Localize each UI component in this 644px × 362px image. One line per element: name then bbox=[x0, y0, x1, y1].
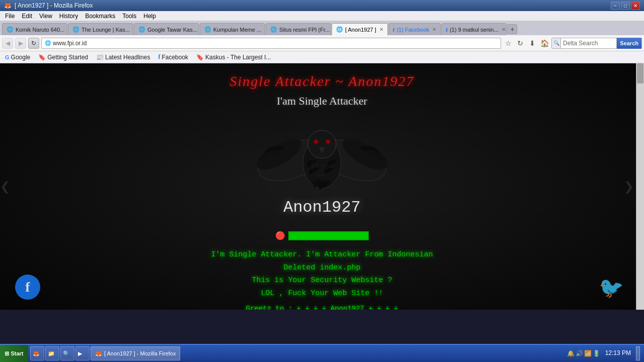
bookmark-kaskus[interactable]: 🔖 Kaskus - The Largest I... bbox=[194, 53, 273, 62]
tab-4[interactable]: 🌐 Situs resmi FPI (Fr... ✕ bbox=[266, 23, 331, 35]
taskbar-ff-launcher[interactable]: 🦊 bbox=[30, 346, 44, 360]
download-button[interactable]: ⬇ bbox=[527, 38, 537, 48]
menu-tools[interactable]: Tools bbox=[119, 12, 139, 20]
menu-help[interactable]: Help bbox=[140, 12, 159, 20]
tab-6[interactable]: f (1) Facebook ✕ bbox=[388, 23, 441, 35]
maximize-button[interactable]: □ bbox=[621, 2, 630, 10]
search-area: 🔍 Delta Search Search bbox=[551, 38, 642, 49]
bookmark-star-button[interactable]: ☆ bbox=[503, 38, 513, 48]
bookmark-getting-started-label: Getting Started bbox=[47, 54, 88, 61]
address-text: www.fpi.or.id bbox=[53, 40, 498, 47]
scrollbar-thumb[interactable] bbox=[637, 63, 643, 83]
bookmark-latest-headlines-label: Latest Headlines bbox=[105, 54, 150, 61]
title-bar-left: 🦊 [ Anon1927 ] - Mozilla Firefox bbox=[4, 2, 93, 9]
svg-point-9 bbox=[327, 141, 329, 143]
search-input[interactable]: Delta Search bbox=[561, 40, 616, 47]
menu-edit[interactable]: Edit bbox=[19, 12, 35, 20]
progress-bar-outer bbox=[288, 231, 369, 240]
skull-image bbox=[252, 110, 392, 196]
start-label: Start bbox=[11, 350, 23, 356]
forward-button[interactable]: ▶ bbox=[15, 38, 26, 49]
tab-icon-5: 🌐 bbox=[336, 26, 343, 33]
tab-bar: 🌐 Komik Naruto 640... ✕ 🌐 The Lounge | K… bbox=[0, 21, 644, 35]
message-line-0: I'm Single Attacker. I'm Attacker From I… bbox=[211, 248, 433, 261]
taskbar-folder-launcher[interactable]: 📁 bbox=[45, 346, 59, 360]
tab-icon-1: 🌐 bbox=[72, 26, 79, 33]
bookmark-latest-headlines[interactable]: 📰 Latest Headlines bbox=[94, 53, 152, 62]
firefox-taskbar-icon: 🦊 bbox=[33, 350, 40, 357]
address-bar[interactable]: 🌐 www.fpi.or.id bbox=[41, 38, 501, 49]
menu-file[interactable]: File bbox=[2, 12, 18, 20]
refresh-button[interactable]: ↻ bbox=[515, 38, 525, 48]
bookmarks-bar: G Google 🔖 Getting Started 📰 Latest Head… bbox=[0, 51, 644, 63]
search-button[interactable]: Search bbox=[616, 38, 641, 49]
latest-headlines-bookmark-icon: 📰 bbox=[96, 54, 104, 61]
right-decoration: ❯ bbox=[624, 179, 634, 194]
menu-view[interactable]: View bbox=[36, 12, 55, 20]
tab-close-5[interactable]: ✕ bbox=[379, 27, 383, 32]
bookmark-google-label: Google bbox=[11, 54, 31, 61]
reload-button[interactable]: ↻ bbox=[28, 38, 39, 49]
windows-logo-icon: ⊞ bbox=[5, 350, 9, 357]
tab-label-4: Situs resmi FPI (Fr... bbox=[279, 27, 330, 33]
bookmark-facebook[interactable]: f Facebook bbox=[156, 52, 190, 62]
tab-7[interactable]: f (1) 9 matkul senin... ✕ bbox=[441, 23, 507, 35]
media-taskbar-icon: ▶ bbox=[78, 350, 82, 357]
taskbar-active-window[interactable]: 🦊 [ Anon1927 ] - Mozilla Firefox bbox=[91, 346, 180, 360]
menu-bookmarks[interactable]: Bookmarks bbox=[82, 12, 118, 20]
new-tab-button[interactable]: + bbox=[507, 24, 517, 34]
taskbar-items: 🦊 📁 🔍 ▶ 🦊 [ Anon1927 ] - Mozilla Firefox bbox=[28, 346, 182, 360]
taskbar-right: 🔔 🔊 📶 🔋 12:13 PM bbox=[567, 346, 644, 360]
start-button[interactable]: ⊞ Start bbox=[0, 345, 28, 362]
tab-0[interactable]: 🌐 Komik Naruto 640... ✕ bbox=[2, 23, 67, 35]
progress-bar-inner bbox=[289, 232, 368, 239]
search-taskbar-icon: 🔍 bbox=[63, 350, 70, 357]
tab-close-1[interactable]: ✕ bbox=[133, 27, 133, 32]
tab-label-6: (1) Facebook bbox=[396, 27, 429, 33]
tab-icon-7: f bbox=[446, 27, 448, 33]
facebook-side-icon: f bbox=[15, 275, 40, 300]
nav-bar: ◀ ▶ ↻ 🌐 www.fpi.or.id ☆ ↻ ⬇ 🏠 🔍 Delta Se… bbox=[0, 35, 644, 51]
hack-title: Single Attacker ~ Anon1927 bbox=[229, 73, 414, 89]
message-line-1: Deleted index.php bbox=[211, 261, 433, 275]
tab-2[interactable]: 🌐 Google Tawar Kas... ✕ bbox=[134, 23, 199, 35]
getting-started-bookmark-icon: 🔖 bbox=[38, 54, 46, 61]
tab-5[interactable]: 🌐 [ Anon1927 ] ✕ bbox=[332, 23, 388, 35]
twitter-side-icon: 🐦 bbox=[599, 276, 624, 300]
address-bar-icon: 🌐 bbox=[45, 40, 51, 46]
tab-icon-4: 🌐 bbox=[270, 26, 277, 33]
left-decoration: ❮ bbox=[0, 179, 10, 194]
close-button[interactable]: ✕ bbox=[631, 2, 640, 10]
title-bar: 🦊 [ Anon1927 ] - Mozilla Firefox − □ ✕ bbox=[0, 0, 644, 11]
greetz-line: Greetz to : + + + + Anon1927 + + + + bbox=[246, 305, 398, 310]
window-title: [ Anon1927 ] - Mozilla Firefox bbox=[15, 2, 93, 9]
system-tray: 🔔 🔊 📶 🔋 bbox=[567, 350, 600, 357]
minimize-button[interactable]: − bbox=[611, 2, 620, 10]
firefox-icon: 🦊 bbox=[4, 2, 12, 9]
tray-icon-4: 🔋 bbox=[593, 350, 600, 357]
home-button[interactable]: 🏠 bbox=[539, 38, 549, 48]
tab-1[interactable]: 🌐 The Lounge | Kas... ✕ bbox=[68, 23, 133, 35]
menu-history[interactable]: History bbox=[56, 12, 81, 20]
bookmark-getting-started[interactable]: 🔖 Getting Started bbox=[36, 53, 90, 62]
show-desktop-button[interactable] bbox=[636, 346, 640, 360]
tab-close-7[interactable]: ✕ bbox=[502, 27, 506, 32]
taskbar-active-icon: 🦊 bbox=[95, 350, 102, 357]
svg-point-5 bbox=[308, 130, 336, 158]
google-bookmark-icon: G bbox=[5, 54, 10, 60]
back-button[interactable]: ◀ bbox=[2, 38, 13, 49]
svg-point-8 bbox=[315, 141, 317, 143]
tab-icon-3: 🌐 bbox=[204, 26, 211, 33]
taskbar-active-label: [ Anon1927 ] - Mozilla Firefox bbox=[104, 350, 176, 356]
scrollbar[interactable] bbox=[636, 63, 644, 310]
main-content: ❮ ❯ Single Attacker ~ Anon1927 I'am Sing… bbox=[0, 63, 644, 310]
taskbar-search-launcher[interactable]: 🔍 bbox=[60, 346, 74, 360]
tab-close-6[interactable]: ✕ bbox=[432, 27, 436, 32]
nav-right: ☆ ↻ ⬇ 🏠 bbox=[503, 38, 549, 48]
bookmark-google[interactable]: G Google bbox=[3, 53, 32, 62]
tray-icon-1: 🔔 bbox=[567, 350, 575, 357]
tab-close-3[interactable]: ✕ bbox=[264, 27, 265, 32]
taskbar-media-launcher[interactable]: ▶ bbox=[75, 346, 90, 360]
tab-3[interactable]: 🌐 Kumpulan Meme ... ✕ bbox=[200, 23, 265, 35]
tray-icon-3: 📶 bbox=[584, 350, 592, 357]
